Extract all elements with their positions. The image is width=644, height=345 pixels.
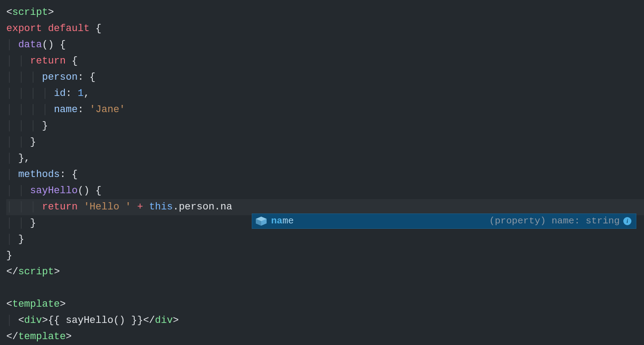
keyword-return: return [30, 55, 66, 67]
number-literal: 1 [77, 88, 83, 99]
brace: } [30, 218, 36, 229]
autocomplete-suggestion[interactable]: name [271, 213, 294, 229]
autocomplete-match: na [271, 216, 282, 226]
tag-name: script [18, 266, 54, 277]
property-name: person [42, 72, 77, 83]
keyword-return: return [42, 201, 77, 213]
code-line: │ │ │ │ id: 1, [6, 86, 644, 102]
tag-bracket: > [173, 315, 179, 326]
indent-guide: │ [30, 201, 36, 213]
code-line: │ <div>{{ sayHello() }}</div> [6, 313, 644, 329]
tag-bracket: > [54, 266, 60, 277]
tag-bracket: < [6, 299, 12, 310]
indent-guide: │ [6, 39, 12, 50]
autocomplete-type-info: (property) name: string [489, 213, 620, 229]
indent-guide: │ [18, 88, 24, 99]
code-line: </template> [6, 329, 644, 345]
indent-guide: │ [6, 153, 12, 164]
property-access: person [179, 201, 214, 213]
tag-bracket: > [60, 299, 66, 310]
tag-bracket: </ [6, 331, 18, 342]
indent-guide: │ [6, 104, 12, 115]
indent-guide: │ [30, 72, 36, 83]
indent-guide: │ [6, 55, 12, 67]
property-name: name [54, 104, 78, 115]
brace: { [90, 185, 101, 196]
tag-name: template [18, 331, 66, 342]
code-line: │ }, [6, 150, 644, 167]
indent-guide: │ [30, 88, 36, 99]
brace: } [6, 250, 12, 261]
dot: . [214, 201, 220, 213]
brace: { [66, 169, 77, 180]
indent-guide: │ [6, 185, 12, 196]
indent-guide: │ [6, 234, 12, 245]
tag-bracket: </ [6, 266, 18, 277]
brace: } [30, 136, 36, 148]
method-name: sayHello [30, 185, 78, 196]
method-name: data [18, 39, 42, 50]
code-line: │ methods: { [6, 167, 644, 183]
template-expression: {{ sayHello() }} [48, 315, 143, 326]
code-line: │ │ return { [6, 53, 644, 69]
code-line: │ │ } [6, 134, 644, 150]
indent-guide: │ [6, 218, 12, 229]
code-line-blank [6, 280, 644, 296]
indent-guide: │ [18, 55, 24, 67]
indent-guide: │ [6, 169, 12, 180]
property-icon [256, 217, 267, 226]
property-name: methods [18, 169, 59, 180]
code-line: │ │ sayHello() { [6, 183, 644, 199]
tag-name: div [155, 315, 173, 326]
brace: } [18, 234, 24, 245]
colon: : [66, 88, 72, 99]
brace: { [66, 55, 77, 67]
code-line: │ │ │ person: { [6, 69, 644, 86]
comma: , [24, 153, 30, 164]
indent-guide: │ [18, 136, 24, 148]
code-editor[interactable]: <script> export default { │ data() { │ │… [0, 0, 644, 345]
info-icon[interactable]: i [623, 217, 631, 225]
brace: } [42, 120, 48, 132]
code-line: │ │ │ │ name: 'Jane' [6, 102, 644, 118]
indent-guide: │ [42, 104, 48, 115]
comma: , [84, 88, 90, 99]
code-line: │ } [6, 232, 644, 248]
property-name: id [54, 88, 66, 99]
code-line: │ data() { [6, 37, 644, 53]
autocomplete-rest: me [282, 216, 294, 226]
string-literal: 'Jane' [90, 104, 125, 115]
brace: { [84, 72, 95, 83]
dot: . [173, 201, 179, 213]
keyword-this: this [149, 201, 173, 213]
parens: () [77, 185, 89, 196]
tag-name: script [12, 7, 48, 18]
indent-guide: │ [6, 72, 12, 83]
indent-guide: │ [18, 120, 24, 132]
tag-bracket: < [6, 7, 12, 18]
indent-guide: │ [18, 218, 24, 229]
indent-guide: │ [6, 120, 12, 132]
code-line: export default { [6, 21, 644, 37]
autocomplete-popup[interactable]: name (property) name: string i [252, 213, 636, 229]
brace: } [18, 153, 24, 164]
indent-guide: │ [18, 185, 24, 196]
indent-guide: │ [18, 72, 24, 83]
string-literal: 'Hello ' [84, 201, 132, 213]
tag-bracket: > [42, 315, 48, 326]
autocomplete-detail: (property) name: string i [489, 213, 636, 229]
brace: { [90, 23, 101, 34]
tag-name: div [24, 315, 42, 326]
colon: : [60, 169, 66, 180]
code-line: } [6, 248, 644, 264]
indent-guide: │ [6, 315, 12, 326]
indent-guide: │ [42, 88, 48, 99]
indent-guide: │ [30, 120, 36, 132]
indent-guide: │ [18, 104, 24, 115]
brace: { [54, 39, 66, 50]
indent-guide: │ [30, 104, 36, 115]
indent-guide: │ [6, 136, 12, 148]
code-line: │ │ │ } [6, 118, 644, 134]
parens: () [42, 39, 54, 50]
colon: : [77, 104, 83, 115]
